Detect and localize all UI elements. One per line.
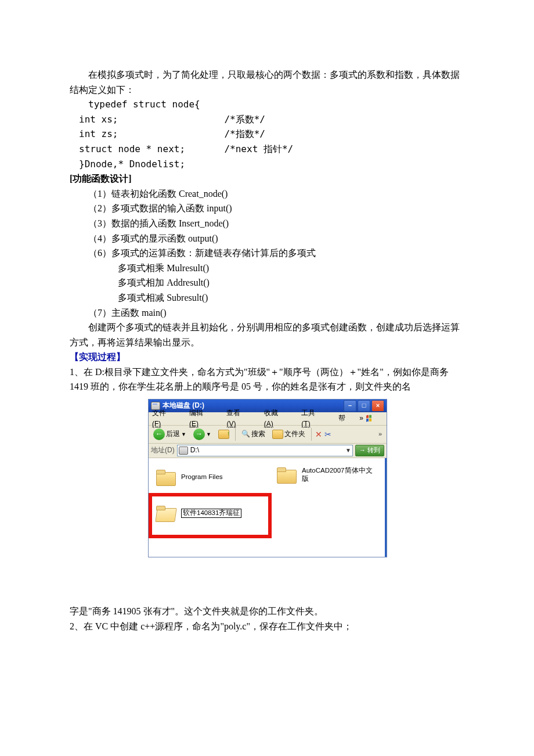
func-item-5a: 多项式相乘 Mulresult(): [70, 261, 466, 276]
func-item-5c: 多项式相减 Subresult(): [70, 290, 466, 305]
chevron-down-icon: ▼: [206, 430, 211, 438]
delete-icon[interactable]: ✕: [315, 428, 322, 441]
toolbar-overflow[interactable]: »: [378, 429, 384, 440]
explorer-content[interactable]: Program Files AutoCAD2007简体中文版 软件140831齐…: [149, 458, 387, 557]
address-bar: 地址(D) D:\ ▼ 转到: [149, 444, 387, 458]
menu-favorites[interactable]: 收藏(A): [264, 408, 294, 430]
search-button[interactable]: 🔍 搜索: [239, 428, 268, 440]
menu-tools[interactable]: 工具(T): [301, 408, 331, 430]
code-xs-decl: int xs;: [79, 114, 118, 125]
menu-overflow[interactable]: »: [359, 413, 363, 424]
drive-icon: [151, 402, 160, 410]
folder-program-files[interactable]: Program Files: [156, 469, 223, 486]
go-button[interactable]: 转到: [355, 445, 384, 456]
code-zs-comment: /*指数*/: [224, 128, 265, 139]
back-icon: ←: [153, 429, 165, 440]
search-label: 搜索: [251, 429, 265, 440]
func-item-3: （3）数据的插入函数 Insert_node(): [70, 216, 466, 231]
func-item-1: （1）链表初始化函数 Creat_node(): [70, 186, 466, 201]
code-next-comment: /*next 指针*/: [224, 143, 293, 154]
folders-icon: [272, 430, 283, 439]
code-xs-comment: /*系数*/: [224, 114, 265, 125]
folders-label: 文件夹: [284, 429, 305, 440]
minimize-button[interactable]: [344, 400, 356, 412]
code-zs: int zs; /*指数*/: [70, 127, 466, 142]
func-item-4: （4）多项式的显示函数 output(): [70, 231, 466, 246]
func-item-5: （6）多项式的运算函数：新建链表存储计算后的多项式: [70, 246, 466, 261]
menu-edit[interactable]: 编辑(E): [189, 408, 219, 430]
address-input[interactable]: D:\ ▼: [177, 445, 353, 456]
back-label: 后退: [166, 429, 180, 440]
folder-icon: [156, 469, 176, 486]
step-2: 2、在 VC 中创建 c++源程序，命名为"poly.c"，保存在工作文件夹中；: [70, 619, 466, 634]
summary-paragraph: 创建两个多项式的链表并且初始化，分别调用相应的多项式创建函数，创建成功后选择运算…: [70, 320, 466, 350]
code-close: }Dnode,* Dnodelist;: [70, 157, 466, 172]
menu-bar: 文件(F) 编辑(E) 查看(V) 收藏(A) 工具(T) 帮 »: [149, 412, 387, 426]
folder-icon: [276, 466, 297, 484]
drive-icon: [179, 447, 188, 455]
code-next: struct node * next; /*next 指针*/: [70, 142, 466, 157]
back-button[interactable]: ← 后退 ▼: [151, 428, 189, 441]
func-item-5b: 多项式相加 Addresult(): [70, 275, 466, 290]
intro-paragraph: 在模拟多项式时，为了简化处理，只取最核心的两个数据：多项式的系数和指数，具体数据…: [70, 67, 466, 97]
folder-up-icon: [218, 430, 229, 439]
func-item-2: （2）多项式数据的输入函数 input(): [70, 201, 466, 216]
code-next-decl: struct node * next;: [79, 143, 185, 154]
func-item-6: （7）主函数 main(): [70, 305, 466, 321]
code-xs: int xs; /*系数*/: [70, 112, 466, 127]
forward-icon: →: [193, 429, 205, 440]
highlight-box: [149, 493, 272, 538]
cut-icon[interactable]: ✂: [324, 428, 331, 441]
function-design-heading: [功能函数设计]: [70, 171, 466, 186]
folders-button[interactable]: 文件夹: [270, 428, 308, 440]
menu-help[interactable]: 帮: [338, 413, 352, 424]
address-label: 地址(D): [151, 445, 175, 456]
go-label: 转到: [367, 445, 380, 456]
explorer-window: 本地磁盘 (D:) 文件(F) 编辑(E) 查看(V) 收藏(A) 工具(T) …: [148, 399, 387, 557]
folder-label: AutoCAD2007简体中文版: [302, 467, 377, 483]
menu-view[interactable]: 查看(V): [226, 408, 257, 430]
code-zs-decl: int zs;: [79, 128, 118, 139]
folder-label: Program Files: [181, 473, 223, 481]
close-button[interactable]: [371, 400, 384, 412]
windows-logo-icon: [366, 413, 376, 424]
process-heading: 【实现过程】: [70, 350, 466, 365]
search-icon: 🔍: [241, 429, 250, 440]
maximize-button[interactable]: [358, 400, 370, 412]
forward-button[interactable]: → ▼: [191, 428, 214, 441]
separator: [235, 428, 236, 441]
folder-autocad[interactable]: AutoCAD2007简体中文版: [276, 466, 377, 484]
chevron-down-icon: ▼: [181, 430, 186, 438]
step-1-continued: 字是"商务 141905 张有才"。这个文件夹就是你的工作文件夹。: [70, 604, 466, 619]
menu-file[interactable]: 文件(F): [152, 408, 182, 430]
step-1: 1、在 D:根目录下建立文件夹，命名方式为"班级"＋"顺序号（两位）＋"姓名"，…: [70, 365, 466, 394]
separator: [311, 428, 312, 441]
address-value: D:\: [190, 445, 199, 456]
code-typedef: typedef struct node{: [70, 97, 466, 112]
chevron-down-icon[interactable]: ▼: [345, 446, 351, 455]
up-button[interactable]: [216, 429, 232, 440]
